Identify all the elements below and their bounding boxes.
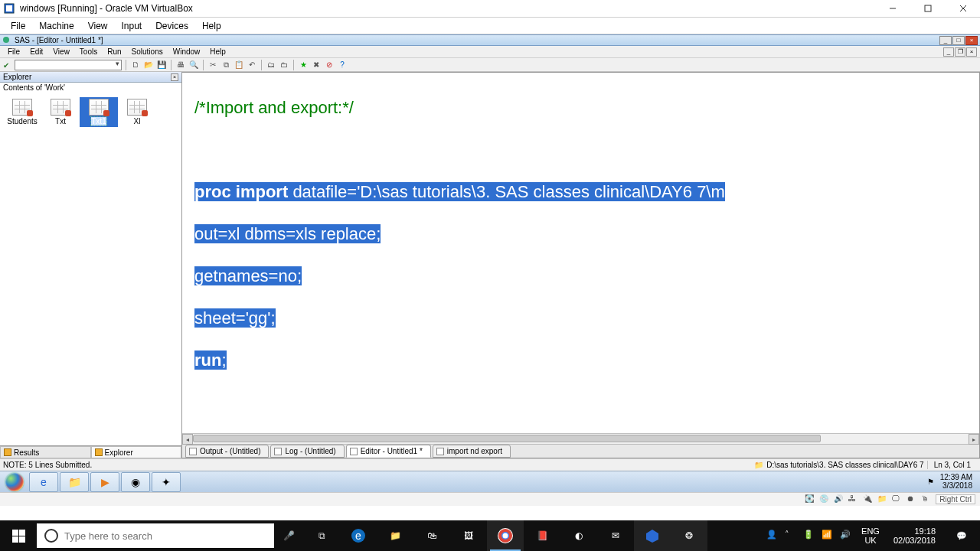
- print-icon[interactable]: 🖶: [175, 60, 186, 70]
- dataset-txt[interactable]: Txt: [41, 97, 80, 127]
- mdi-minimize-button[interactable]: _: [943, 47, 954, 57]
- mdi-close-button[interactable]: ×: [966, 47, 977, 57]
- save-icon[interactable]: 💾: [156, 60, 167, 70]
- cut-icon[interactable]: ✂: [207, 60, 218, 70]
- taskbar-media[interactable]: ▶: [90, 472, 119, 492]
- explorer-pin-button[interactable]: ×: [171, 73, 178, 81]
- scroll-left-button[interactable]: ◂: [182, 434, 193, 445]
- taskbar-eclipse[interactable]: ◐: [560, 520, 597, 551]
- vbox-menu-devices[interactable]: Devices: [149, 19, 194, 33]
- taskbar-mail[interactable]: ✉: [597, 520, 634, 551]
- taskbar-app[interactable]: ❂: [671, 520, 707, 551]
- scroll-thumb[interactable]: [193, 435, 821, 442]
- task-view-button[interactable]: ⧉: [303, 520, 340, 551]
- vbox-minimize-button[interactable]: [882, 1, 903, 16]
- taskbar-file-explorer[interactable]: 📁: [377, 520, 413, 551]
- taskbar-reader[interactable]: 📕: [524, 520, 560, 551]
- flag-icon[interactable]: ⚑: [927, 478, 934, 486]
- taskbar-ie[interactable]: e: [29, 472, 58, 492]
- vbox-menu-machine[interactable]: Machine: [33, 19, 80, 33]
- undo-icon[interactable]: ↶: [247, 60, 257, 70]
- vbox-menubar: File Machine View Input Devices Help: [0, 18, 980, 34]
- sas-menu-edit[interactable]: Edit: [25, 47, 47, 57]
- vbox-menu-view[interactable]: View: [82, 19, 114, 33]
- tab-results[interactable]: Results: [0, 446, 91, 458]
- people-icon[interactable]: 👤: [766, 530, 779, 542]
- tab-explorer[interactable]: Explorer: [91, 446, 182, 458]
- help-icon[interactable]: ?: [337, 60, 348, 70]
- sas-menu-tools[interactable]: Tools: [75, 47, 102, 57]
- dataset-xl[interactable]: Xl: [118, 97, 156, 127]
- explorer-body[interactable]: Students Txt Txt1 Xl: [0, 93, 181, 445]
- tab-editor[interactable]: Editor - Untitled1 *: [346, 445, 431, 458]
- optical-icon[interactable]: 💿: [819, 494, 829, 504]
- sas-close-button[interactable]: ×: [965, 36, 978, 45]
- taskbar-store[interactable]: 🛍: [413, 520, 450, 551]
- sas-menu-view[interactable]: View: [48, 47, 74, 57]
- clear-icon[interactable]: ✖: [311, 60, 322, 70]
- libraries-icon[interactable]: 🗂: [266, 60, 276, 70]
- language-indicator[interactable]: ENG UK: [858, 527, 883, 545]
- doc-icon: [274, 448, 282, 455]
- host-time: 19:18: [893, 527, 936, 536]
- scroll-right-button[interactable]: ▸: [969, 434, 979, 445]
- copy-icon[interactable]: ⧉: [220, 60, 231, 70]
- preview-icon[interactable]: 🔍: [188, 60, 199, 70]
- vbox-maximize-button[interactable]: [917, 1, 939, 16]
- volume-icon[interactable]: 🔊: [840, 530, 852, 542]
- submit-icon[interactable]: ★: [298, 60, 309, 70]
- vbox-close-button[interactable]: [952, 1, 974, 16]
- sas-menu-help[interactable]: Help: [205, 47, 230, 57]
- open-icon[interactable]: 📂: [143, 60, 154, 70]
- usb-icon[interactable]: 🔌: [863, 494, 873, 504]
- search-input[interactable]: [64, 530, 266, 542]
- taskbar-sas[interactable]: ✦: [152, 472, 181, 492]
- chevron-up-icon[interactable]: ˄: [785, 530, 797, 542]
- sas-menu-file[interactable]: File: [3, 47, 24, 57]
- battery-icon[interactable]: 🔋: [803, 530, 815, 542]
- taskbar-chrome[interactable]: [487, 520, 524, 551]
- audio-icon[interactable]: 🔊: [834, 494, 844, 504]
- sas-menu-window[interactable]: Window: [168, 47, 205, 57]
- mouse-icon[interactable]: 🖱: [921, 494, 931, 504]
- host-start-button[interactable]: [0, 520, 37, 551]
- vbox-menu-file[interactable]: File: [5, 19, 31, 33]
- tab-log[interactable]: Log - (Untitled): [270, 445, 344, 458]
- taskbar-virtualbox[interactable]: [634, 520, 671, 551]
- command-combo[interactable]: [15, 60, 122, 70]
- recording-icon[interactable]: ⏺: [906, 494, 916, 504]
- action-center-button[interactable]: 💬: [946, 520, 977, 551]
- network-icon[interactable]: 🖧: [848, 494, 858, 504]
- taskbar-explorer[interactable]: 📁: [60, 472, 89, 492]
- tab-output[interactable]: Output - (Untitled): [185, 445, 269, 458]
- vbox-menu-input[interactable]: Input: [116, 19, 149, 33]
- sas-minimize-button[interactable]: _: [939, 36, 952, 45]
- new-icon[interactable]: 🗋: [130, 60, 141, 70]
- sas-main: Explorer × Contents of 'Work' Students T…: [0, 72, 980, 458]
- host-clock[interactable]: 19:18 02/03/2018: [889, 527, 940, 545]
- taskbar-chrome[interactable]: ◉: [121, 472, 150, 492]
- dataset-students[interactable]: Students: [3, 97, 41, 127]
- dataset-txt1[interactable]: Txt1: [80, 97, 118, 127]
- host-search[interactable]: [37, 523, 274, 548]
- display-icon[interactable]: 🖵: [892, 494, 902, 504]
- sas-maximize-button[interactable]: □: [952, 36, 965, 45]
- mic-icon[interactable]: 🎤: [274, 520, 303, 551]
- taskbar-photos[interactable]: 🖼: [450, 520, 487, 551]
- sas-menu-run[interactable]: Run: [103, 47, 126, 57]
- horizontal-scrollbar[interactable]: ◂ ▸: [182, 433, 979, 444]
- vm-clock[interactable]: 12:39 AM 3/3/2018: [937, 474, 975, 490]
- tab-import-export[interactable]: import nd export: [433, 445, 511, 458]
- explorer-icon[interactable]: 🗀: [279, 60, 289, 70]
- break-icon[interactable]: ⊘: [324, 60, 335, 70]
- shared-folder-icon[interactable]: 📁: [877, 494, 887, 504]
- start-button[interactable]: [2, 472, 28, 492]
- sas-menu-solutions[interactable]: Solutions: [127, 47, 168, 57]
- vbox-menu-help[interactable]: Help: [196, 19, 227, 33]
- hdd-icon[interactable]: 💽: [805, 494, 815, 504]
- paste-icon[interactable]: 📋: [234, 60, 244, 70]
- taskbar-edge[interactable]: e: [340, 520, 377, 551]
- wifi-icon[interactable]: 📶: [822, 530, 834, 542]
- mdi-restore-button[interactable]: ❐: [955, 47, 965, 57]
- code-editor[interactable]: /*Import and export:*/ proc import dataf…: [182, 73, 979, 433]
